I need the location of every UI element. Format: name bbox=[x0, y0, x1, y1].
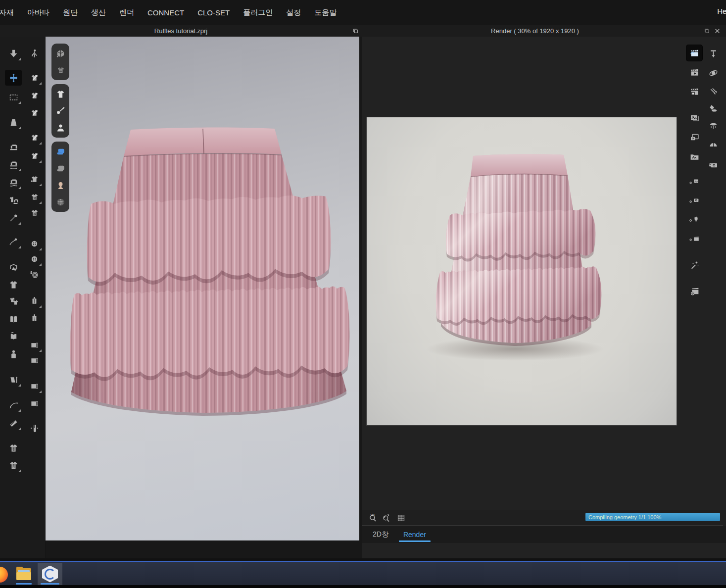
progress-text: Compiling geometry 1/1 100% bbox=[585, 514, 661, 520]
curve-measure-tool[interactable] bbox=[5, 397, 22, 413]
tab-2d창[interactable]: 2D창 bbox=[366, 526, 395, 543]
segment-sewing-tool[interactable] bbox=[5, 156, 22, 172]
fabric-texture-off-icon[interactable] bbox=[53, 161, 68, 176]
menu-item-5[interactable]: 렌더 bbox=[119, 8, 134, 17]
tuck-garment-tool-3[interactable] bbox=[26, 105, 43, 121]
capture-window-button[interactable] bbox=[686, 129, 702, 145]
interactive-render-button[interactable] bbox=[686, 45, 702, 61]
dome-light-tool[interactable] bbox=[705, 137, 721, 152]
cut-garment-tool-2[interactable] bbox=[26, 148, 43, 164]
binding-tool-1[interactable] bbox=[26, 337, 43, 353]
rectangle-select-tool[interactable] bbox=[5, 89, 22, 105]
orbit-gizmo-tool[interactable] bbox=[705, 65, 721, 81]
render-properties-button[interactable] bbox=[686, 232, 702, 247]
viewport-tool-group-1 bbox=[51, 44, 69, 80]
spot-light-tool[interactable] bbox=[705, 100, 721, 116]
menu-item-9[interactable]: 설정 bbox=[286, 8, 301, 17]
texture-garment-tool[interactable] bbox=[26, 171, 43, 187]
tab-render[interactable]: Render bbox=[397, 526, 433, 543]
browser-taskbar-icon[interactable] bbox=[0, 567, 8, 583]
menu-item-4[interactable]: 생산 bbox=[91, 8, 106, 17]
camera-lock-tool[interactable] bbox=[705, 157, 721, 173]
mesh-garment-icon[interactable] bbox=[53, 63, 68, 78]
layer-clone-tool[interactable] bbox=[5, 293, 22, 309]
show-avatar-icon[interactable] bbox=[53, 120, 68, 135]
simulate-tool[interactable] bbox=[5, 46, 22, 61]
walk-avatar-tool[interactable] bbox=[26, 46, 43, 61]
clamp-tool[interactable] bbox=[26, 420, 43, 436]
buttonhole-tool[interactable] bbox=[26, 251, 43, 267]
checker-shirt-tool-2[interactable] bbox=[26, 205, 43, 221]
jacket-tool[interactable] bbox=[5, 277, 22, 293]
binding-tool-2[interactable] bbox=[26, 352, 43, 368]
menu-item-7[interactable]: CLO-SET bbox=[197, 8, 230, 17]
sequence-render-button[interactable] bbox=[686, 84, 702, 99]
show-pins-icon[interactable] bbox=[53, 103, 68, 118]
fit-avatar-tool[interactable] bbox=[5, 346, 22, 362]
render-window-titlebar: Render ( 30% of 1920 x 1920 ) bbox=[362, 25, 708, 37]
video-properties-button[interactable] bbox=[686, 194, 702, 209]
move-light-tool[interactable] bbox=[705, 84, 721, 99]
fabric-texture-on-icon[interactable] bbox=[53, 144, 68, 159]
pattern-outline-tool[interactable] bbox=[5, 114, 22, 130]
render-window-float-button[interactable] bbox=[703, 27, 711, 35]
gravity-tool[interactable] bbox=[705, 46, 721, 61]
menu-item-10[interactable]: 도움말 bbox=[314, 8, 337, 17]
taskbar bbox=[0, 561, 726, 586]
render-history-button[interactable] bbox=[686, 283, 702, 299]
lift-pattern-tool[interactable] bbox=[5, 372, 22, 388]
sewing-machine-tool[interactable] bbox=[5, 139, 22, 155]
menu-item-3[interactable]: 원단 bbox=[63, 8, 78, 17]
zoom-fit-button[interactable] bbox=[380, 512, 392, 524]
button-lock-tool[interactable] bbox=[26, 267, 43, 283]
garment-measure-tool-2[interactable] bbox=[5, 457, 22, 473]
video-render-button[interactable] bbox=[686, 64, 702, 80]
flatten-tool[interactable] bbox=[5, 311, 22, 327]
show-garment-icon[interactable] bbox=[53, 87, 68, 101]
clo-app-taskbar-button[interactable] bbox=[38, 563, 62, 585]
grid-toggle-button[interactable] bbox=[394, 512, 407, 524]
free-sewing-tool[interactable] bbox=[5, 174, 22, 190]
save-image-button[interactable] bbox=[686, 110, 702, 126]
menu-item-8[interactable]: 플러그인 bbox=[243, 8, 273, 17]
image-properties-button[interactable] bbox=[686, 175, 702, 191]
tuck-garment-tool-2[interactable] bbox=[26, 88, 43, 103]
button-tool[interactable] bbox=[26, 236, 43, 251]
garment-window-float-button[interactable] bbox=[351, 27, 359, 35]
piping-tool-2[interactable] bbox=[26, 395, 43, 411]
menu-item-1[interactable]: 자재 bbox=[0, 8, 14, 17]
menu-bar: 자재아바타원단생산렌더CONNECTCLO-SET플러그인설정도움말 Hell bbox=[0, 0, 726, 25]
tuck-garment-tool-1[interactable] bbox=[26, 70, 43, 86]
file-explorer-taskbar-button[interactable] bbox=[13, 563, 35, 585]
piping-tool-1[interactable] bbox=[26, 378, 43, 394]
progress-bar: Compiling geometry 1/1 100% bbox=[585, 513, 720, 521]
avatar-head-icon[interactable] bbox=[53, 178, 68, 193]
menu-item-2[interactable]: 아바타 bbox=[27, 8, 49, 17]
garment-sewing-tool[interactable] bbox=[5, 193, 22, 208]
render-window-close-button[interactable] bbox=[713, 27, 721, 35]
auto-enhance-button[interactable] bbox=[686, 257, 702, 273]
checker-shirt-tool-1[interactable] bbox=[26, 189, 43, 205]
cut-garment-tool-1[interactable] bbox=[26, 130, 43, 146]
zoom-100-button[interactable]: 100 bbox=[366, 512, 379, 524]
user-greeting: Hell bbox=[717, 7, 726, 15]
render-bottom-bar: Compiling geometry 1/1 100% 100 bbox=[362, 510, 726, 526]
open-image-folder-button[interactable] bbox=[686, 148, 702, 164]
fold-arrangement-tool[interactable] bbox=[5, 259, 22, 275]
move-tool[interactable] bbox=[5, 70, 22, 86]
garment-measure-tool-1[interactable] bbox=[5, 440, 22, 456]
garment-window bbox=[0, 37, 362, 558]
tape-measure-tool[interactable] bbox=[5, 415, 22, 431]
world-globe-icon[interactable] bbox=[53, 195, 68, 209]
pin-curve-tool[interactable] bbox=[5, 234, 22, 249]
render-canvas bbox=[367, 117, 677, 425]
3d-viewport[interactable] bbox=[46, 37, 359, 540]
zipper-tool-1[interactable] bbox=[26, 293, 43, 309]
zipper-tool-2[interactable] bbox=[26, 310, 43, 326]
disc-light-tool[interactable] bbox=[705, 118, 721, 134]
light-properties-button[interactable] bbox=[686, 212, 702, 228]
view-cube-icon[interactable] bbox=[53, 46, 68, 61]
rotate-garment-tool[interactable] bbox=[5, 329, 22, 344]
pin-tool[interactable] bbox=[5, 210, 22, 226]
menu-item-6[interactable]: CONNECT bbox=[147, 8, 184, 17]
